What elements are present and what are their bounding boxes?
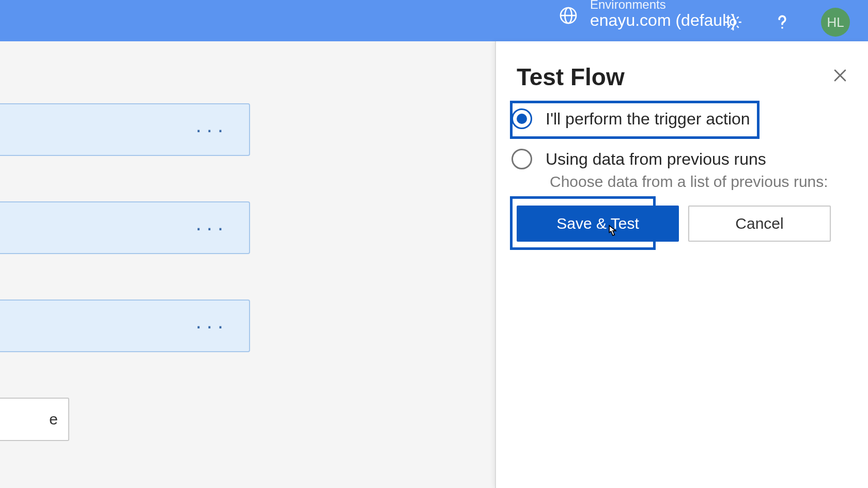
environment-text: Environments enayu.com (default) xyxy=(590,1,736,30)
more-icon[interactable]: ··· xyxy=(196,216,228,240)
radio-option-manual[interactable]: I'll perform the trigger action xyxy=(512,108,750,129)
radio-label: Using data from previous runs xyxy=(546,150,766,169)
close-icon[interactable] xyxy=(829,64,851,87)
button-label: Save & Test xyxy=(556,215,639,232)
button-label: Cancel xyxy=(735,215,783,232)
flow-step-card[interactable]: ··· xyxy=(0,103,250,156)
test-flow-panel: Test Flow I'll perform the trigger actio… xyxy=(495,41,868,488)
flow-step-card[interactable]: ··· xyxy=(0,300,250,352)
save-and-test-button[interactable]: Save & Test xyxy=(517,206,679,242)
panel-title: Test Flow xyxy=(517,63,625,91)
radio-unselected-icon xyxy=(512,149,532,169)
flow-step-card[interactable]: ··· xyxy=(0,201,250,254)
avatar[interactable]: HL xyxy=(821,8,850,37)
flow-canvas: ··· ··· ··· e xyxy=(0,41,496,488)
radio-subtext: Choose data from a list of previous runs… xyxy=(550,173,828,191)
globe-icon xyxy=(558,5,579,26)
svg-point-2 xyxy=(731,20,736,25)
help-icon[interactable] xyxy=(772,12,793,33)
new-step-button[interactable]: e xyxy=(0,398,69,441)
app-header: Environments enayu.com (default) HL xyxy=(0,0,868,41)
new-step-label: e xyxy=(49,411,58,428)
radio-label: I'll perform the trigger action xyxy=(546,109,750,129)
environment-label: Environments xyxy=(590,0,736,11)
cancel-button[interactable]: Cancel xyxy=(688,206,831,242)
more-icon[interactable]: ··· xyxy=(196,314,228,338)
avatar-initials: HL xyxy=(827,14,844,30)
svg-point-3 xyxy=(781,27,783,29)
environment-picker[interactable]: Environments enayu.com (default) xyxy=(558,1,736,30)
more-icon[interactable]: ··· xyxy=(196,118,228,141)
radio-selected-icon xyxy=(512,108,532,129)
environment-name: enayu.com (default) xyxy=(590,11,736,29)
radio-option-previous[interactable]: Using data from previous runs xyxy=(512,149,766,169)
gear-icon[interactable] xyxy=(723,12,743,33)
